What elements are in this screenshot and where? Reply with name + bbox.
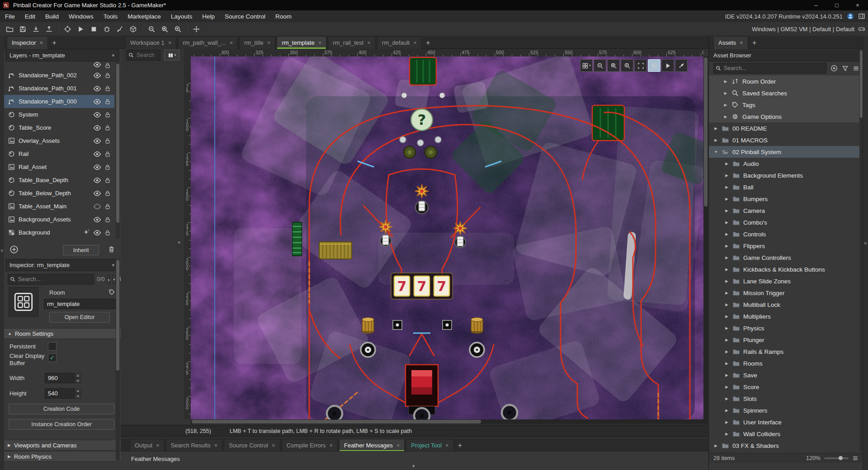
- inspector-target-dropdown[interactable]: Inspector: rm_template ▼: [5, 259, 119, 271]
- expand-icon[interactable]: ▶: [724, 244, 729, 248]
- close-icon[interactable]: ×: [39, 39, 43, 46]
- close-icon[interactable]: ×: [168, 39, 172, 46]
- menu-help[interactable]: Help: [197, 10, 220, 22]
- expand-icon[interactable]: ▶: [724, 220, 729, 225]
- expand-icon[interactable]: ▶: [724, 396, 729, 401]
- expand-icon[interactable]: ▶: [713, 443, 718, 448]
- inherit-button[interactable]: Inherit: [63, 245, 99, 255]
- quick-tags[interactable]: ▶Tags: [709, 99, 859, 111]
- close-icon[interactable]: ×: [367, 39, 371, 46]
- add-workspace-tab-button[interactable]: +: [423, 37, 433, 49]
- expand-icon[interactable]: ▶: [724, 173, 729, 178]
- tree-multipliers[interactable]: ▶Multipliers: [709, 310, 859, 322]
- lock-icon[interactable]: [104, 216, 111, 223]
- close-icon[interactable]: ×: [413, 39, 417, 46]
- tree-game-controllers[interactable]: ▶Game Controllers: [709, 252, 859, 263]
- tree-flippers[interactable]: ▶Flippers: [709, 240, 859, 252]
- user-avatar[interactable]: [847, 13, 854, 20]
- tree-slots[interactable]: ▶Slots: [709, 393, 859, 404]
- tab-project-tool[interactable]: Project Tool×: [406, 439, 453, 451]
- target-platform-text[interactable]: Windows | GMS2 VM | Default | Default: [752, 26, 854, 33]
- expand-icon[interactable]: ▶: [724, 349, 729, 354]
- assets-search-input[interactable]: [723, 65, 824, 72]
- tree-00-readme[interactable]: ▶00 README: [709, 122, 859, 134]
- expand-icon[interactable]: ▶: [724, 385, 729, 389]
- expand-icon[interactable]: ▶: [724, 279, 729, 283]
- layer-row-system[interactable]: System: [4, 108, 114, 121]
- menu-build[interactable]: Build: [40, 10, 64, 22]
- zoom-in-button[interactable]: [172, 24, 184, 35]
- expand-icon[interactable]: ▶: [724, 373, 729, 377]
- height-stepper[interactable]: ▲▼: [75, 388, 81, 399]
- pan-button[interactable]: [190, 24, 203, 35]
- minimize-button[interactable]: –: [806, 0, 826, 10]
- clean-button[interactable]: [114, 24, 126, 35]
- editor-search[interactable]: [126, 50, 160, 61]
- lock-icon[interactable]: [104, 190, 111, 197]
- close-icon[interactable]: ×: [329, 442, 333, 449]
- section-room-settings[interactable]: ▲ Room Settings: [4, 328, 121, 339]
- lock-icon[interactable]: [104, 203, 111, 210]
- fit-canvas-button[interactable]: [634, 59, 647, 72]
- tree-kickbacks-kickback-buttons[interactable]: ▶Kickbacks & Kickback Buttons: [709, 263, 859, 275]
- stop-button[interactable]: [88, 24, 100, 35]
- editor-search-input[interactable]: [136, 52, 158, 59]
- close-icon[interactable]: ×: [445, 442, 449, 449]
- expand-icon[interactable]: ▶: [724, 326, 729, 330]
- tree-mission-trigger[interactable]: ▶Mission Trigger: [709, 287, 859, 299]
- import-button[interactable]: [30, 24, 42, 35]
- room-canvas[interactable]: ?: [191, 56, 703, 419]
- lock-icon[interactable]: [104, 230, 111, 236]
- visibility-icon[interactable]: [93, 111, 101, 119]
- tree-score[interactable]: ▶Score: [709, 381, 859, 393]
- assets-zoom-slider[interactable]: [824, 457, 849, 459]
- maximize-button[interactable]: □: [826, 0, 847, 10]
- zoom-reset-canvas-button[interactable]: [607, 59, 620, 72]
- tree-03-fx-shaders[interactable]: ▶03 FX & Shaders: [709, 440, 859, 451]
- visibility-icon[interactable]: [93, 189, 101, 197]
- inspector-search-input[interactable]: [17, 276, 92, 283]
- expand-icon[interactable]: ▶: [723, 114, 728, 119]
- expand-icon[interactable]: ▶: [723, 91, 728, 95]
- visibility-icon[interactable]: [93, 150, 101, 158]
- tree-camera[interactable]: ▶Camera: [709, 205, 859, 216]
- tree-bumpers[interactable]: ▶Bumpers: [709, 193, 859, 205]
- menu-marketplace[interactable]: Marketplace: [123, 10, 166, 22]
- preview-canvas-button[interactable]: [648, 59, 660, 72]
- tab-rm-title[interactable]: rm_title×: [239, 36, 275, 49]
- visibility-icon[interactable]: [93, 62, 101, 69]
- canvas-vertical-scrollbar[interactable]: [703, 56, 708, 424]
- visibility-icon[interactable]: [93, 71, 101, 80]
- tree-02-pinball-system[interactable]: ▼02 Pinball System: [709, 146, 859, 158]
- expand-icon[interactable]: ▶: [724, 432, 729, 436]
- menu-layouts[interactable]: Layouts: [166, 10, 197, 22]
- collapse-left-panel[interactable]: «: [0, 247, 4, 254]
- room-name-input[interactable]: [44, 299, 116, 309]
- expand-icon[interactable]: ▶: [713, 126, 718, 131]
- tree-multiball-lock[interactable]: ▶Multiball Lock: [709, 299, 859, 310]
- menu-icon[interactable]: [853, 65, 859, 72]
- layer-row-rail[interactable]: Rail: [4, 147, 114, 160]
- search-next-button[interactable]: ▾: [113, 275, 115, 284]
- room-height-input[interactable]: [45, 388, 76, 399]
- visibility-off-icon[interactable]: [93, 202, 101, 211]
- lock-icon[interactable]: [104, 177, 111, 183]
- close-icon[interactable]: ×: [214, 442, 218, 449]
- tree-rooms[interactable]: ▶Rooms: [709, 357, 859, 369]
- visibility-icon[interactable]: [93, 163, 101, 171]
- lock-icon[interactable]: [104, 72, 111, 79]
- instance-creation-order-button[interactable]: Instance Creation Order: [9, 419, 114, 430]
- zoom-reset-button[interactable]: [159, 24, 171, 35]
- inspector-scrollbar[interactable]: [116, 259, 120, 461]
- tree-lane-slide-zones[interactable]: ▶Lane Slide Zones: [709, 275, 859, 287]
- lock-icon[interactable]: [104, 164, 111, 170]
- target-manager-icon[interactable]: [858, 25, 865, 33]
- visibility-icon[interactable]: [93, 216, 101, 224]
- expand-icon[interactable]: ▶: [724, 267, 729, 272]
- open-editor-button[interactable]: Open Editor: [49, 312, 110, 323]
- visibility-icon[interactable]: [93, 85, 101, 93]
- quick-saved-searches[interactable]: ▶Saved Searches: [709, 87, 859, 99]
- menu-source-control[interactable]: Source Control: [220, 10, 270, 22]
- collapse-editor-sidebar[interactable]: «: [178, 239, 181, 245]
- save-button[interactable]: [17, 24, 29, 35]
